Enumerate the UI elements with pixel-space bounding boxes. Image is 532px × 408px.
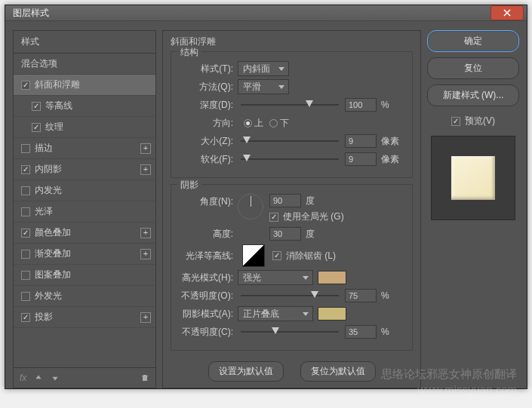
fx-label[interactable]: fx bbox=[20, 373, 26, 383]
angle-unit: 度 bbox=[306, 195, 315, 207]
style-item-10[interactable]: 外发光 bbox=[14, 286, 155, 307]
depth-label: 深度(D): bbox=[179, 99, 238, 112]
shadow-color-swatch[interactable] bbox=[318, 307, 346, 321]
add-instance-icon[interactable]: + bbox=[140, 312, 151, 323]
style-checkbox[interactable] bbox=[21, 271, 30, 280]
size-input[interactable]: 9 bbox=[345, 134, 377, 148]
add-instance-icon[interactable]: + bbox=[140, 249, 151, 259]
highlight-opacity-input[interactable]: 75 bbox=[345, 289, 377, 302]
depth-input[interactable]: 100 bbox=[345, 98, 377, 112]
style-item-2[interactable]: 纹理 bbox=[14, 117, 155, 138]
style-checkbox[interactable] bbox=[21, 207, 30, 216]
size-slider[interactable] bbox=[241, 136, 339, 146]
style-item-label: 内阴影 bbox=[35, 163, 62, 176]
layer-style-dialog: 图层样式 样式 混合选项 斜面和浮雕等高线纹理描边+内阴影+内发光光泽颜色叠加+… bbox=[5, 5, 527, 389]
style-item-3[interactable]: 描边+ bbox=[14, 138, 155, 159]
size-label: 大小(Z): bbox=[179, 135, 238, 148]
style-item-5[interactable]: 内发光 bbox=[14, 180, 155, 201]
style-select[interactable]: 内斜面 bbox=[238, 61, 289, 76]
antialias-checkbox[interactable] bbox=[272, 251, 281, 260]
arrow-down-icon[interactable] bbox=[51, 373, 60, 382]
style-checkbox[interactable] bbox=[21, 165, 30, 174]
global-light-label: 使用全局光 (G) bbox=[283, 210, 344, 223]
blending-options-item[interactable]: 混合选项 bbox=[14, 54, 155, 75]
style-item-4[interactable]: 内阴影+ bbox=[14, 159, 155, 180]
window-title: 图层样式 bbox=[13, 7, 490, 20]
gloss-contour-picker[interactable] bbox=[242, 244, 265, 267]
style-item-9[interactable]: 图案叠加 bbox=[14, 265, 155, 286]
style-item-11[interactable]: 投影+ bbox=[14, 307, 155, 328]
shadow-opacity-slider[interactable] bbox=[241, 327, 339, 337]
close-icon bbox=[503, 9, 511, 17]
styles-footer: fx bbox=[14, 367, 155, 388]
direction-up-radio[interactable] bbox=[244, 119, 252, 127]
depth-slider[interactable] bbox=[241, 100, 339, 110]
style-checkbox[interactable] bbox=[21, 229, 30, 238]
highlight-opacity-unit: % bbox=[381, 290, 389, 301]
reset-default-button[interactable]: 复位为默认值 bbox=[300, 361, 376, 382]
preview-label: 预览(V) bbox=[465, 115, 495, 127]
structure-legend: 结构 bbox=[177, 46, 201, 59]
style-item-label: 渐变叠加 bbox=[35, 247, 71, 260]
shadow-opacity-label: 不透明度(C): bbox=[179, 326, 238, 339]
highlight-opacity-slider[interactable] bbox=[241, 290, 339, 301]
style-item-0[interactable]: 斜面和浮雕 bbox=[14, 75, 155, 96]
settings-panel: 斜面和浮雕 结构 样式(T): 内斜面 方法(Q): 平滑 深度(D): 100… bbox=[162, 30, 421, 388]
style-item-7[interactable]: 颜色叠加+ bbox=[14, 222, 155, 244]
trash-icon[interactable] bbox=[140, 373, 149, 382]
highlight-mode-select[interactable]: 强光 bbox=[238, 270, 313, 285]
arrow-up-icon[interactable] bbox=[34, 373, 43, 382]
technique-label: 方法(Q): bbox=[179, 81, 238, 94]
bottom-buttons: 设置为默认值 复位为默认值 bbox=[171, 357, 413, 382]
global-light-checkbox[interactable] bbox=[269, 213, 278, 222]
add-instance-icon[interactable]: + bbox=[140, 143, 151, 154]
shadow-opacity-input[interactable]: 35 bbox=[345, 325, 377, 339]
angle-input[interactable]: 90 bbox=[269, 194, 301, 207]
titlebar: 图层样式 bbox=[5, 5, 527, 21]
dialog-body: 样式 混合选项 斜面和浮雕等高线纹理描边+内阴影+内发光光泽颜色叠加+渐变叠加+… bbox=[5, 21, 527, 396]
style-checkbox[interactable] bbox=[32, 123, 41, 132]
style-item-6[interactable]: 光泽 bbox=[14, 201, 155, 222]
style-item-label: 描边 bbox=[35, 142, 53, 155]
depth-unit: % bbox=[381, 100, 389, 110]
style-checkbox[interactable] bbox=[21, 313, 30, 322]
cancel-button[interactable]: 复位 bbox=[427, 57, 519, 79]
angle-dial[interactable] bbox=[238, 194, 263, 219]
technique-select[interactable]: 平滑 bbox=[238, 79, 289, 94]
shadow-mode-select[interactable]: 正片叠底 bbox=[238, 306, 313, 321]
style-checkbox[interactable] bbox=[21, 292, 30, 301]
make-default-button[interactable]: 设置为默认值 bbox=[208, 361, 284, 382]
add-instance-icon[interactable]: + bbox=[140, 164, 151, 175]
close-button[interactable] bbox=[490, 5, 524, 20]
style-item-1[interactable]: 等高线 bbox=[14, 96, 155, 117]
size-unit: 像素 bbox=[381, 135, 399, 148]
add-instance-icon[interactable]: + bbox=[140, 228, 151, 238]
styles-panel: 样式 混合选项 斜面和浮雕等高线纹理描边+内阴影+内发光光泽颜色叠加+渐变叠加+… bbox=[13, 30, 156, 388]
direction-down-radio[interactable] bbox=[269, 119, 278, 127]
style-checkbox[interactable] bbox=[21, 186, 30, 195]
preview-row: 预览(V) bbox=[427, 115, 519, 127]
soften-label: 软化(F): bbox=[179, 153, 238, 166]
soften-slider[interactable] bbox=[241, 154, 339, 164]
style-item-label: 斜面和浮雕 bbox=[35, 78, 80, 91]
style-checkbox[interactable] bbox=[21, 144, 30, 153]
ok-button[interactable]: 确定 bbox=[427, 30, 519, 52]
altitude-input[interactable]: 30 bbox=[269, 227, 301, 241]
style-label: 样式(T): bbox=[179, 63, 238, 75]
soften-unit: 像素 bbox=[381, 153, 399, 166]
soften-input[interactable]: 9 bbox=[345, 152, 377, 166]
angle-label: 角度(N): bbox=[179, 194, 238, 208]
style-item-label: 光泽 bbox=[35, 205, 53, 218]
style-checkbox[interactable] bbox=[21, 250, 30, 259]
highlight-color-swatch[interactable] bbox=[318, 271, 346, 284]
preview-box bbox=[431, 136, 515, 220]
shading-legend: 阴影 bbox=[177, 179, 201, 192]
style-checkbox[interactable] bbox=[21, 81, 30, 90]
shadow-opacity-unit: % bbox=[381, 327, 389, 337]
preview-checkbox[interactable] bbox=[451, 117, 460, 126]
style-checkbox[interactable] bbox=[32, 102, 41, 111]
style-item-label: 等高线 bbox=[45, 100, 72, 112]
new-style-button[interactable]: 新建样式 (W)... bbox=[427, 84, 519, 106]
style-item-8[interactable]: 渐变叠加+ bbox=[14, 244, 155, 265]
style-item-label: 颜色叠加 bbox=[35, 226, 71, 239]
